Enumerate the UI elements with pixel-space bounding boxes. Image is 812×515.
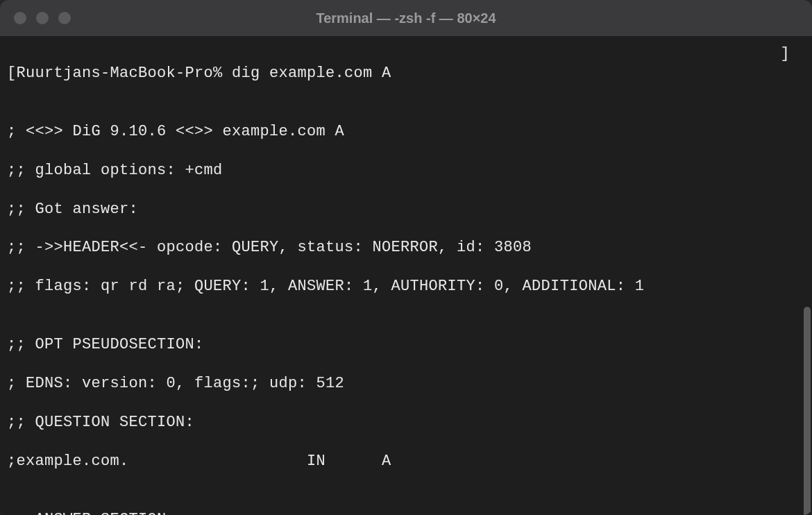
terminal-line: ;; ANSWER SECTION: [7,510,805,516]
terminal-window: Terminal — -zsh -f — 80×24 [Ruurtjans-Ma… [0,0,812,515]
terminal-line: ;; flags: qr rd ra; QUERY: 1, ANSWER: 1,… [7,277,805,296]
terminal-line: ; <<>> DiG 9.10.6 <<>> example.com A [7,122,805,142]
window-title: Terminal — -zsh -f — 80×24 [316,10,496,26]
maximize-button[interactable] [58,12,71,24]
terminal-line: ;; ->>HEADER<<- opcode: QUERY, status: N… [7,238,805,258]
terminal-line: [Ruurtjans-MacBook-Pro% dig example.com … [7,64,805,83]
terminal-body[interactable]: [Ruurtjans-MacBook-Pro% dig example.com … [0,36,812,515]
scrollbar[interactable] [804,307,811,515]
terminal-line: ;; OPT PSEUDOSECTION: [7,335,805,355]
terminal-line: ;; global options: +cmd [7,161,805,180]
terminal-line: ;; Got answer: [7,200,805,219]
minimize-button[interactable] [36,12,49,24]
terminal-line: ;example.com. IN A [7,452,805,471]
close-button[interactable] [14,12,26,24]
titlebar[interactable]: Terminal — -zsh -f — 80×24 [0,0,812,36]
terminal-line: ;; QUESTION SECTION: [7,413,805,432]
traffic-lights [0,12,71,24]
session-indicator-icon [794,46,805,60]
terminal-line: ; EDNS: version: 0, flags:; udp: 512 [7,374,805,394]
right-bracket: ] [780,44,790,64]
